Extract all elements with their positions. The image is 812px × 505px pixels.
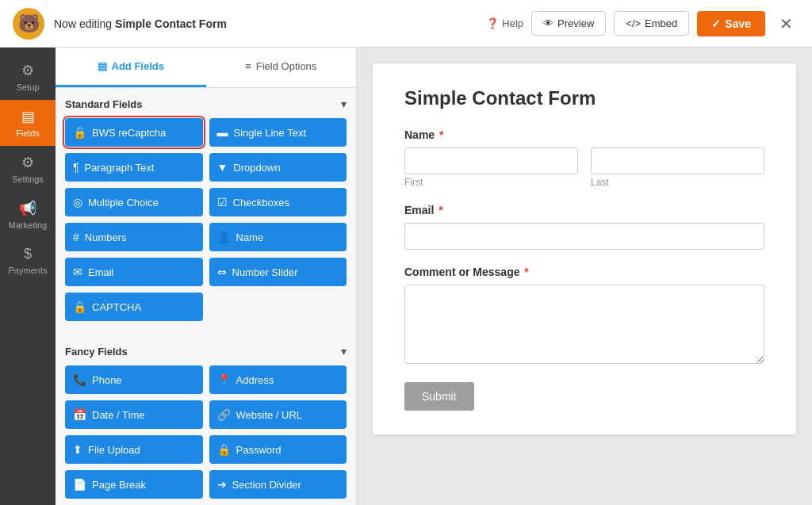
first-name-input[interactable] <box>404 147 578 174</box>
preview-area: Simple Contact Form Name * First Last <box>357 48 812 505</box>
name-required: * <box>436 128 443 141</box>
first-name-sublabel: First <box>404 177 578 188</box>
panel-tabs: ▤ Add Fields ≡ Field Options <box>56 48 356 88</box>
field-btn-password[interactable]: 🔒 Password <box>209 435 347 464</box>
field-btn-website-url[interactable]: 🔗 Website / URL <box>209 400 347 429</box>
email-input[interactable] <box>404 223 764 250</box>
top-bar-left: 🐻 Now editing Simple Contact Form <box>13 8 227 40</box>
bear-logo: 🐻 <box>13 8 44 40</box>
sidebar-item-setup[interactable]: ⚙ Setup <box>0 54 56 100</box>
single-line-icon: ▬ <box>217 126 228 139</box>
field-btn-bws-recaptcha[interactable]: 🔒 BWS reCaptcha <box>65 118 203 147</box>
top-bar: 🐻 Now editing Simple Contact Form ❓ Help… <box>0 0 812 48</box>
fields-icon: ▤ <box>21 108 35 125</box>
preview-button[interactable]: 👁 Preview <box>531 11 606 36</box>
form-field-name: Name * First Last <box>404 128 764 188</box>
sidebar-item-fields[interactable]: ▤ Fields <box>0 100 56 146</box>
top-bar-right: ❓ Help 👁 Preview </> Embed ✓ Save ✕ <box>486 11 799 36</box>
field-btn-date-time[interactable]: 📅 Date / Time <box>65 400 203 429</box>
paragraph-icon: ¶ <box>73 161 79 174</box>
last-name-wrap: Last <box>591 147 764 188</box>
comment-textarea[interactable] <box>404 285 764 364</box>
field-btn-address[interactable]: 📍 Address <box>209 365 347 394</box>
password-icon: 🔒 <box>217 443 231 456</box>
file-upload-icon: ⬆ <box>73 443 82 456</box>
field-btn-file-upload[interactable]: ⬆ File Upload <box>65 435 203 464</box>
first-name-wrap: First <box>404 147 578 188</box>
field-btn-number-slider[interactable]: ⇔ Number Slider <box>209 258 347 286</box>
marketing-icon: 📢 <box>19 200 36 217</box>
main-layout: ⚙ Setup ▤ Fields ⚙ Settings 📢 Marketing … <box>0 48 812 505</box>
fancy-section-header: Fancy Fields ▾ <box>65 345 347 358</box>
field-btn-name[interactable]: 👤 Name <box>209 223 347 251</box>
field-btn-page-break[interactable]: 📄 Page Break <box>65 470 203 499</box>
checkboxes-icon: ☑ <box>217 196 228 209</box>
name-label: Name * <box>404 128 764 141</box>
sidebar: ⚙ Setup ▤ Fields ⚙ Settings 📢 Marketing … <box>0 48 56 505</box>
standard-fields-grid: 🔒 BWS reCaptcha ▬ Single Line Text ¶ Par… <box>65 118 347 286</box>
field-btn-dropdown[interactable]: ▼ Dropdown <box>209 153 347 182</box>
form-field-email: Email * <box>404 204 764 250</box>
sidebar-item-marketing[interactable]: 📢 Marketing <box>0 192 56 238</box>
submit-button[interactable]: Submit <box>404 382 474 411</box>
sidebar-item-payments[interactable]: $ Payments <box>0 238 56 283</box>
field-btn-section-divider[interactable]: ➔ Section Divider <box>209 470 347 499</box>
form-card: Simple Contact Form Name * First Last <box>373 63 796 434</box>
field-options-icon: ≡ <box>245 60 251 72</box>
check-icon: ✓ <box>711 17 721 30</box>
fancy-section-title: Fancy Fields <box>65 346 128 358</box>
embed-icon: </> <box>626 17 641 29</box>
email-label: Email * <box>404 204 764 216</box>
fancy-fields-grid: 📞 Phone 📍 Address 📅 Date / Time 🔗 Websit… <box>65 365 347 499</box>
help-icon: ❓ <box>486 17 499 29</box>
standard-section-toggle[interactable]: ▾ <box>341 98 347 110</box>
captcha-icon: 🔒 <box>73 300 86 313</box>
last-name-sublabel: Last <box>591 177 764 188</box>
fancy-section-toggle[interactable]: ▾ <box>341 345 347 358</box>
standard-fields-section: Standard Fields ▾ 🔒 BWS reCaptcha ▬ Sing… <box>56 88 356 335</box>
number-slider-icon: ⇔ <box>217 266 227 278</box>
field-btn-email[interactable]: ✉ Email <box>65 258 203 286</box>
dropdown-icon: ▼ <box>217 161 228 174</box>
sidebar-item-settings[interactable]: ⚙ Settings <box>0 146 56 192</box>
preview-icon: 👁 <box>543 17 553 29</box>
field-btn-multiple-choice[interactable]: ◎ Multiple Choice <box>65 188 203 216</box>
section-divider-icon: ➔ <box>217 478 227 491</box>
save-button[interactable]: ✓ Save <box>697 11 765 36</box>
help-button[interactable]: ❓ Help <box>486 17 523 29</box>
name-inputs: First Last <box>404 147 764 188</box>
field-btn-numbers[interactable]: # Numbers <box>65 223 203 251</box>
phone-icon: 📞 <box>73 373 86 386</box>
name-icon: 👤 <box>217 231 231 243</box>
standard-section-title: Standard Fields <box>65 98 143 110</box>
field-btn-checkboxes[interactable]: ☑ Checkboxes <box>209 188 347 216</box>
form-title: Simple Contact Form <box>404 87 764 109</box>
add-fields-icon: ▤ <box>98 60 107 72</box>
multiple-choice-icon: ◎ <box>73 196 82 209</box>
email-icon: ✉ <box>73 266 82 278</box>
field-btn-paragraph-text[interactable]: ¶ Paragraph Text <box>65 153 203 182</box>
setup-icon: ⚙ <box>21 62 34 79</box>
settings-icon: ⚙ <box>21 154 34 171</box>
close-button[interactable]: ✕ <box>773 11 799 36</box>
field-btn-phone[interactable]: 📞 Phone <box>65 365 203 394</box>
fields-panel: ▤ Add Fields ≡ Field Options Standard Fi… <box>56 48 357 505</box>
date-time-icon: 📅 <box>73 408 86 421</box>
recaptcha-icon: 🔒 <box>73 126 86 139</box>
field-btn-captcha[interactable]: 🔒 CAPTCHA <box>65 293 203 321</box>
address-icon: 📍 <box>217 373 231 386</box>
standard-section-header: Standard Fields ▾ <box>65 98 347 110</box>
payments-icon: $ <box>24 246 32 262</box>
tab-field-options[interactable]: ≡ Field Options <box>206 48 357 87</box>
embed-button[interactable]: </> Embed <box>614 11 689 36</box>
form-field-comment: Comment or Message * <box>404 266 764 366</box>
page-break-icon: 📄 <box>73 478 86 491</box>
website-icon: 🔗 <box>217 408 231 421</box>
last-name-input[interactable] <box>591 147 764 174</box>
fancy-fields-section: Fancy Fields ▾ 📞 Phone 📍 Address 📅 Date … <box>56 335 356 505</box>
field-btn-single-line-text[interactable]: ▬ Single Line Text <box>209 118 347 147</box>
tab-add-fields[interactable]: ▤ Add Fields <box>56 48 206 87</box>
email-required: * <box>435 204 442 216</box>
editing-text: Now editing Simple Contact Form <box>54 17 227 30</box>
numbers-icon: # <box>73 231 79 243</box>
